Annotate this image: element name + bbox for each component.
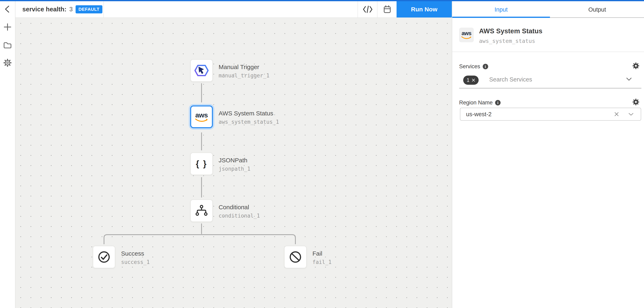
manual-trigger-icon [194,62,210,79]
node-id: aws_system_status_1 [218,119,279,125]
files-button[interactable] [2,40,14,51]
services-settings-button[interactable] [632,61,640,70]
node-id: fail_1 [312,259,332,265]
aws-smile-icon [195,118,208,122]
tab-input[interactable]: Input [452,1,550,18]
code-view-button[interactable] [358,1,378,18]
slash-circle-icon [288,249,303,265]
panel-node-id: aws_system_status [479,38,535,44]
info-icon[interactable]: i [483,64,488,69]
code-icon [362,5,373,14]
services-search-placeholder: Search Services [489,76,532,83]
settings-button[interactable] [2,57,14,69]
active-tab-underline [452,17,550,18]
chevron-down-icon[interactable] [626,78,632,81]
workflow-title-group: service health: 3 DEFAULT [22,1,102,18]
region-select[interactable]: us-west-2 [460,108,641,121]
chevron-down-icon[interactable] [628,113,634,116]
back-chevron-icon [4,5,12,14]
run-now-button[interactable]: Run Now [396,1,452,18]
check-circle-icon [96,249,112,265]
divider [452,52,644,52]
node-id: success_1 [121,259,150,265]
gear-icon [3,58,12,68]
inspector-panel: Input Output aws AWS System Status aws_s… [452,1,644,308]
workflow-title: service health: [22,6,66,13]
chip-remove-icon[interactable] [472,78,475,82]
node-jsonpath[interactable]: { } [190,152,213,175]
node-type-icon-tile: aws [459,28,474,42]
braces-icon: { } [196,159,207,169]
workflow-canvas[interactable]: Manual Trigger manual_trigger_1 aws AWS … [16,18,452,308]
services-label-row: Services i [459,64,488,70]
node-title: Manual Trigger [218,64,270,70]
node-manual-trigger[interactable] [190,59,213,82]
region-label: Region Name [459,100,493,106]
node-title: AWS System Status [218,110,279,117]
node-title: Conditional [218,204,260,211]
services-label: Services [459,64,480,70]
services-multiselect[interactable]: 1 Search Services [459,73,641,86]
node-id: jsonpath_1 [218,166,250,172]
node-title: JSONPath [218,157,250,164]
top-bar: service health: 3 DEFAULT Run Now [16,1,452,18]
panel-tab-bar: Input Output [452,1,644,18]
aws-logo-text: aws [195,112,208,118]
node-label: Fail fail_1 [312,250,332,265]
gear-icon [632,98,640,106]
region-settings-button[interactable] [632,98,640,106]
schedule-button[interactable] [378,1,397,18]
workflow-version-count: 3 [69,6,73,13]
gear-icon [632,62,640,70]
node-fail[interactable] [284,246,307,268]
services-selected-chip[interactable]: 1 [463,76,479,85]
node-id: conditional_1 [218,213,260,219]
node-label: AWS System Status aws_system_status_1 [218,110,279,125]
node-id: manual_trigger_1 [218,72,270,79]
default-badge: DEFAULT [76,5,102,14]
info-icon[interactable]: i [495,100,500,106]
node-title: Success [121,250,150,257]
services-field-underline [459,88,641,88]
tab-output[interactable]: Output [550,1,644,18]
node-success[interactable] [93,246,116,268]
clear-icon[interactable] [614,112,619,117]
aws-smile-icon [461,36,472,39]
divider [104,1,104,18]
region-label-row: Region Name i [459,100,500,106]
back-button[interactable] [2,3,14,15]
panel-node-title: AWS System Status [479,27,542,35]
left-toolbar [0,1,16,308]
chip-count: 1 [467,77,470,83]
aws-logo-text: aws [462,31,471,36]
tab-underline [550,17,644,18]
node-label: Manual Trigger manual_trigger_1 [218,64,270,79]
node-label: Success success_1 [121,250,150,265]
node-label: Conditional conditional_1 [218,204,260,219]
node-title: Fail [312,250,332,257]
node-conditional[interactable] [190,199,213,222]
node-aws-system-status[interactable]: aws [190,106,213,128]
add-node-button[interactable] [2,21,14,33]
node-label: JSONPath jsonpath_1 [218,157,250,172]
plus-icon [4,23,12,31]
branch-icon [195,204,208,217]
calendar-icon [382,4,392,14]
folder-icon [3,41,12,50]
region-value: us-west-2 [466,108,492,120]
top-accent-strip [0,0,644,1]
